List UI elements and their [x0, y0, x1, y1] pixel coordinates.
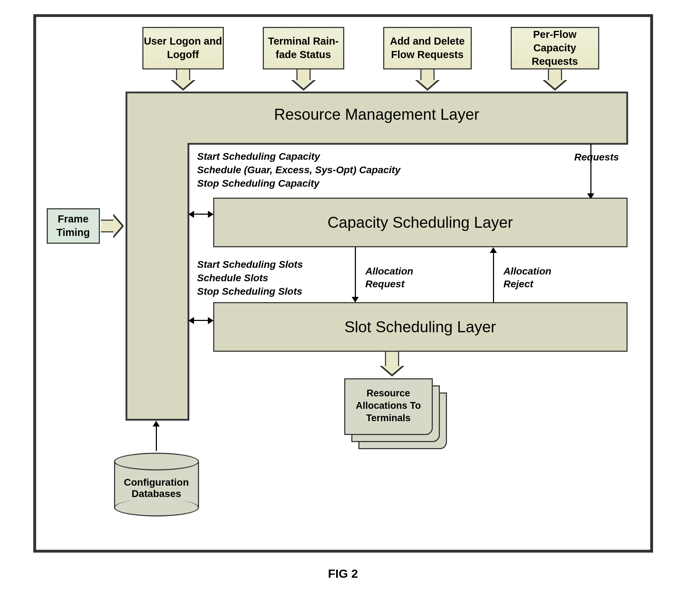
- ssl-label: Slot Scheduling Layer: [344, 318, 496, 336]
- database-label: Configuration Databases: [114, 477, 199, 499]
- output-docs: Resource Allocations To Terminals: [344, 378, 454, 453]
- arrow-fill-icon: [382, 366, 402, 374]
- ssl-box: Slot Scheduling Layer: [213, 302, 628, 352]
- arrow-down-icon: [385, 352, 399, 366]
- arrow-line-icon: [493, 253, 494, 302]
- arrow-fill-icon: [294, 80, 313, 89]
- terminal-status-label: Terminal Rain-fade Status: [264, 35, 343, 61]
- csl-label: Capacity Scheduling Layer: [328, 214, 513, 231]
- arrow-line-icon: [590, 144, 591, 193]
- add-delete-label: Add and Delete Flow Requests: [384, 35, 471, 61]
- alloc-reject-label: AllocationReject: [504, 265, 551, 291]
- capacity-ops-label: Start Scheduling Capacity Schedule (Guar…: [197, 150, 401, 190]
- per-flow-box: Per-Flow Capacity Requests: [511, 27, 599, 69]
- per-flow-label: Per-Flow Capacity Requests: [512, 28, 598, 68]
- frame-timing-box: Frame Timing: [47, 208, 100, 244]
- arrow-head-right-icon: [208, 317, 214, 324]
- output-docs-label: Resource Allocations To Terminals: [344, 387, 433, 424]
- arrow-fill-icon: [545, 80, 565, 89]
- arrow-head-up-icon: [490, 247, 497, 253]
- user-logon-box: User Logon and Logoff: [142, 27, 224, 69]
- arrow-line-icon: [355, 247, 356, 297]
- arrow-down-icon: [548, 69, 562, 80]
- arrow-right-icon: [101, 220, 113, 232]
- add-delete-box: Add and Delete Flow Requests: [383, 27, 472, 69]
- alloc-request-label: AllocationRequest: [365, 265, 413, 291]
- arrow-head-right-icon: [208, 211, 214, 218]
- arrow-down-icon: [420, 69, 435, 80]
- diagram-frame: User Logon and Logoff Terminal Rain-fade…: [33, 14, 653, 553]
- arrow-head-down-icon: [352, 297, 359, 303]
- arrow-fill-icon: [418, 80, 437, 89]
- arrow-head-up-icon: [153, 421, 160, 426]
- terminal-status-box: Terminal Rain-fade Status: [263, 27, 344, 69]
- user-logon-label: User Logon and Logoff: [143, 35, 223, 61]
- arrow-line-icon: [156, 426, 157, 451]
- database-cylinder: Configuration Databases: [114, 453, 199, 513]
- arrow-down-icon: [176, 69, 190, 80]
- frame-timing-label: Frame Timing: [48, 213, 99, 239]
- arrow-down-icon: [296, 69, 311, 80]
- arrow-fill-icon: [173, 80, 193, 89]
- slot-ops-label: Start Scheduling Slots Schedule Slots St…: [197, 258, 303, 298]
- arrow-fill-icon: [113, 216, 122, 236]
- arrow-head-left-icon: [188, 211, 194, 218]
- rml-shape: [125, 91, 628, 421]
- figure-caption: FIG 2: [328, 567, 358, 581]
- rml-title: Resource Management Layer: [125, 106, 628, 123]
- csl-box: Capacity Scheduling Layer: [213, 198, 628, 247]
- arrow-head-left-icon: [188, 317, 194, 324]
- requests-label: Requests: [574, 151, 619, 164]
